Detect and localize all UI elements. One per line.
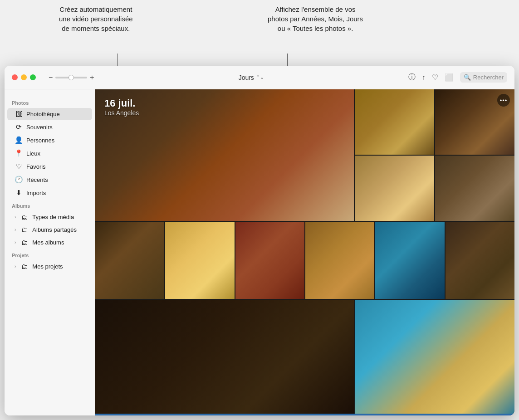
photo-dog-side[interactable] <box>305 222 374 299</box>
albums-partages-icon: 🗂 <box>20 226 29 234</box>
photo-dog-golden[interactable] <box>165 222 234 299</box>
sidebar-section-projets: Projets <box>5 249 95 260</box>
date-overlay: 16 juil. Los Angeles <box>104 98 139 117</box>
mes-projets-icon: 🗂 <box>20 263 29 270</box>
recents-icon: 🕐 <box>15 176 23 184</box>
maximize-button[interactable] <box>30 74 36 80</box>
sidebar-item-imports[interactable]: ⬇ Imports <box>7 186 92 199</box>
sidebar-item-phototeque[interactable]: 🖼 Photothèque <box>7 108 92 120</box>
crop-icon[interactable]: ⬜ <box>445 73 454 82</box>
sidebar-item-personnes[interactable]: 👤 Personnes <box>7 134 92 147</box>
view-mode-label: Jours <box>239 74 254 81</box>
zoom-slider[interactable] <box>55 77 87 78</box>
annotation-right: Affichez l'ensemble de vos photos par An… <box>268 5 363 33</box>
photo-row-2 <box>95 222 514 299</box>
photo-dog-standing-tr[interactable]: ••• <box>435 89 514 155</box>
favoris-icon: ♡ <box>15 162 23 171</box>
personnes-label: Personnes <box>26 137 54 144</box>
phototeque-label: Photothèque <box>26 111 60 117</box>
date-day: 16 juil. <box>104 98 139 109</box>
search-placeholder: Rechercher <box>473 74 504 81</box>
photo-dog-lying[interactable] <box>446 222 514 299</box>
albums-partages-label: Albums partagés <box>32 226 77 233</box>
zoom-thumb <box>69 75 74 80</box>
sidebar-item-recents[interactable]: 🕐 Récents <box>7 173 92 186</box>
zoom-control: − + <box>49 73 94 82</box>
mes-albums-icon: 🗂 <box>20 239 29 246</box>
main-content: 16 juil. Los Angeles ••• <box>95 89 514 415</box>
souvenirs-label: Souvenirs <box>26 124 53 131</box>
mes-albums-chevron: › <box>15 240 16 245</box>
date-location: Los Angeles <box>104 109 139 117</box>
mes-projets-chevron: › <box>15 264 16 269</box>
photo-dog-small1[interactable] <box>95 222 164 299</box>
sidebar-item-types-media[interactable]: › 🗂 Types de média <box>7 211 92 223</box>
progress-bar <box>95 414 514 415</box>
search-icon: 🔍 <box>464 74 471 81</box>
sidebar-section-albums: Albums <box>5 200 95 210</box>
sidebar-item-favoris[interactable]: ♡ Favoris <box>7 160 92 173</box>
photo-dark-room[interactable] <box>95 300 354 415</box>
photo-grid: 16 juil. Los Angeles ••• <box>95 89 514 415</box>
annotation-line-left <box>117 54 118 67</box>
more-button[interactable]: ••• <box>497 94 510 107</box>
view-mode-chevron[interactable]: ⌃⌄ <box>256 74 264 80</box>
photo-cat-chair-tl[interactable] <box>355 89 434 155</box>
albums-partages-chevron: › <box>15 227 16 232</box>
sidebar: Photos 🖼 Photothèque ⟳ Souvenirs 👤 Perso… <box>5 89 95 415</box>
types-media-label: Types de média <box>32 214 74 220</box>
photo-room-dogs[interactable] <box>235 222 304 299</box>
sidebar-item-lieux[interactable]: 📍 Lieux <box>7 147 92 160</box>
minimize-button[interactable] <box>21 74 27 80</box>
photo-boston-terrier[interactable]: 16 juil. Los Angeles <box>95 89 354 221</box>
sidebar-item-mes-projets[interactable]: › 🗂 Mes projets <box>7 260 92 273</box>
recents-label: Récents <box>26 176 48 183</box>
app-body: Photos 🖼 Photothèque ⟳ Souvenirs 👤 Perso… <box>5 89 514 415</box>
top-right-grid: ••• <box>355 89 514 221</box>
annotation-left: Créez automatiquement une vidéo personna… <box>59 5 133 33</box>
app-window: − + Jours ⌃⌄ ⓘ ↑ ♡ ⬜ 🔍 Rechercher Photos <box>5 66 514 415</box>
mes-projets-label: Mes projets <box>32 263 63 270</box>
zoom-in-button[interactable]: + <box>90 73 94 82</box>
mes-albums-label: Mes albums <box>32 239 64 246</box>
traffic-lights <box>12 74 36 80</box>
photo-dog-inside-br[interactable] <box>435 156 514 221</box>
title-bar: − + Jours ⌃⌄ ⓘ ↑ ♡ ⬜ 🔍 Rechercher <box>5 66 514 89</box>
personnes-icon: 👤 <box>15 136 23 144</box>
more-dots-icon: ••• <box>500 97 508 104</box>
zoom-out-button[interactable]: − <box>49 73 53 82</box>
info-icon[interactable]: ⓘ <box>408 73 416 82</box>
photo-dog-wind[interactable] <box>355 300 514 415</box>
close-button[interactable] <box>12 74 18 80</box>
phototeque-icon: 🖼 <box>15 110 23 118</box>
photo-person-vr[interactable] <box>375 222 444 299</box>
photo-dog-tan-bl[interactable] <box>355 156 434 221</box>
toolbar-right: ⓘ ↑ ♡ ⬜ 🔍 Rechercher <box>408 72 507 83</box>
sidebar-item-albums-partages[interactable]: › 🗂 Albums partagés <box>7 224 92 236</box>
lieux-icon: 📍 <box>15 149 23 157</box>
imports-icon: ⬇ <box>15 189 23 197</box>
sidebar-section-photos: Photos <box>5 97 95 107</box>
search-bar[interactable]: 🔍 Rechercher <box>460 72 507 83</box>
favoris-label: Favoris <box>26 163 46 170</box>
share-icon[interactable]: ↑ <box>422 73 426 82</box>
souvenirs-icon: ⟳ <box>15 123 23 131</box>
imports-label: Imports <box>26 190 46 196</box>
types-media-icon: 🗂 <box>20 213 29 221</box>
types-media-chevron: › <box>15 215 16 220</box>
heart-icon[interactable]: ♡ <box>432 73 438 82</box>
annotation-line-right <box>287 54 288 67</box>
lieux-label: Lieux <box>26 150 40 157</box>
sidebar-item-souvenirs[interactable]: ⟳ Souvenirs <box>7 121 92 133</box>
sidebar-item-mes-albums[interactable]: › 🗂 Mes albums <box>7 236 92 249</box>
toolbar-center: Jours ⌃⌄ <box>100 74 403 81</box>
